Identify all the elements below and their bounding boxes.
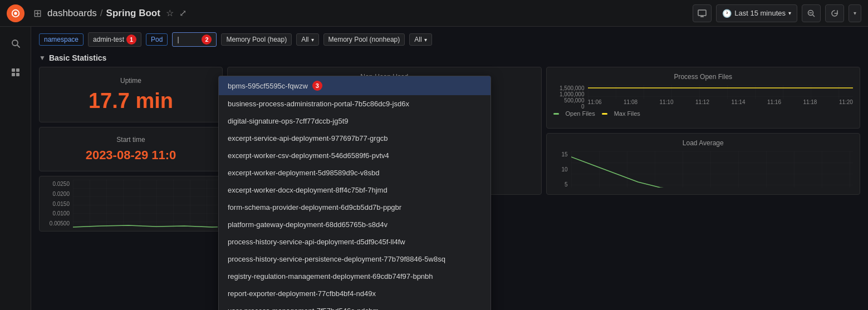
svg-line-9	[17, 45, 19, 47]
open-files-title: Process Open Files	[553, 73, 854, 81]
of-x-3: 11:12	[695, 99, 709, 110]
dropdown-item[interactable]: platform-gateway-deployment-68dd65765b-s…	[219, 216, 491, 233]
dropdown-item-label: excerpt-worker-deployment-5d98589d9c-v8s…	[228, 169, 379, 177]
dropdown-item-label: business-process-administration-portal-7…	[228, 100, 409, 108]
of-y-0: 1,500,000	[553, 85, 585, 91]
pod-label: Pod	[146, 33, 168, 46]
sidebar-grid-icon[interactable]	[6, 62, 26, 82]
starttime-label: Start time	[116, 136, 145, 144]
grid-icon: ⊞	[33, 7, 42, 19]
chevron-down-icon: ▾	[311, 37, 314, 43]
memory-nonheap-all-btn[interactable]: All ▾	[409, 33, 431, 46]
sidebar-search-icon[interactable]	[6, 33, 26, 53]
of-x-6: 11:18	[803, 99, 817, 110]
refresh-btn[interactable]	[825, 4, 844, 22]
legend-open-files-label: Open Files	[566, 110, 595, 117]
dropdown-item[interactable]: excerpt-worker-deployment-5d98589d9c-v8s…	[219, 164, 491, 181]
namespace-badge: 1	[126, 35, 136, 45]
svg-point-1	[14, 12, 17, 14]
dropdown-item-label: registry-regulation-management-deploymen…	[228, 272, 433, 281]
topbar-right: 🕐 Last 15 minutes ▾ ▾	[693, 4, 861, 22]
dropdown-item[interactable]: form-schema-provider-deployment-6d9cb5dd…	[219, 199, 491, 216]
svg-line-6	[813, 14, 815, 17]
breadcrumb-separator: /	[100, 8, 103, 19]
of-y-2: 500,000	[553, 97, 585, 104]
svg-rect-14	[73, 180, 218, 228]
svg-rect-13	[16, 73, 19, 76]
sidebar	[0, 27, 31, 310]
open-files-legend: Open Files Max Files	[553, 110, 854, 117]
pod-dropdown: bpms-595cf5595c-fqwzw3business-process-a…	[218, 76, 491, 310]
of-x-0: 11:06	[588, 99, 602, 110]
pod-text-input[interactable]	[177, 36, 199, 43]
dropdown-item[interactable]: excerpt-worker-docx-deployment-8ff4c75bf…	[219, 181, 491, 199]
main-content: namespace admin-test 1 Pod 2 Memory Pool…	[31, 27, 868, 310]
star-icon[interactable]: ☆	[166, 8, 174, 18]
legend-max-files-dot	[602, 113, 607, 115]
of-x-7: 11:20	[839, 99, 853, 110]
clock-icon: 🕐	[722, 9, 732, 18]
dropdown-item-label: excerpt-service-api-deployment-977697b77…	[228, 134, 388, 142]
dropdown-item[interactable]: excerpt-worker-csv-deployment-546d6589f6…	[219, 147, 491, 164]
y-label-3: 0.0100	[44, 210, 70, 216]
breadcrumb: dashboards / Spring Boot	[47, 8, 160, 19]
of-x-1: 11:08	[624, 99, 637, 110]
svg-rect-2	[698, 10, 706, 16]
dropdown-item-label: process-history-service-persistence-depl…	[228, 255, 445, 263]
y-label-0: 0.0250	[44, 181, 70, 187]
section-collapse-icon[interactable]: ▼	[39, 54, 46, 62]
display-icon-btn[interactable]	[693, 4, 712, 22]
starttime-panel: Start time 2023-08-29 11:0	[39, 127, 223, 171]
breadcrumb-title: Spring Boot	[106, 8, 160, 19]
dropdown-item-label: platform-gateway-deployment-68dd65765b-s…	[228, 220, 388, 229]
svg-rect-18	[588, 85, 854, 99]
memory-heap-all-btn[interactable]: All ▾	[296, 33, 318, 46]
memory-heap-filter: Memory Pool (heap)	[221, 33, 292, 46]
section-header: ▼ Basic Statistics	[39, 53, 860, 62]
memory-nonheap-filter: Memory Pool (nonheap)	[323, 33, 405, 46]
namespace-value-text: admin-test	[93, 36, 124, 43]
dropdown-item[interactable]: report-exporter-deployment-77cfbb4bf4-nd…	[219, 285, 491, 302]
dropdown-item[interactable]: registry-regulation-management-deploymen…	[219, 268, 491, 285]
dropdown-item-label: excerpt-worker-csv-deployment-546d6589f6…	[228, 151, 389, 160]
dropdown-item[interactable]: process-history-service-api-deployment-d…	[219, 233, 491, 250]
dropdown-item[interactable]: bpms-595cf5595c-fqwzw3	[219, 76, 491, 95]
dropdown-item-label: report-exporter-deployment-77cfbb4bf4-nd…	[228, 289, 376, 298]
of-y-3: 0	[553, 104, 585, 110]
svg-rect-20	[571, 151, 854, 188]
dropdown-list: bpms-595cf5595c-fqwzw3business-process-a…	[219, 76, 491, 310]
legend-open-files-dot	[553, 113, 559, 115]
namespace-label: namespace	[39, 33, 84, 46]
left-line-chart-panel: 0.0250 0.0200 0.0150 0.0100 0.00500	[39, 176, 223, 232]
dropdown-item[interactable]: digital-signature-ops-7cff77dccb-jg5t9	[219, 112, 491, 130]
time-range-btn[interactable]: 🕐 Last 15 minutes ▾	[716, 4, 797, 22]
right-panels: Process Open Files 1,500,000 1,000,000 5…	[546, 67, 861, 195]
y-label-4: 0.00500	[44, 220, 70, 227]
memory-nonheap-label: Memory Pool (nonheap)	[328, 36, 400, 43]
dropdown-item-label: user-process-management-7f57bd546c-ndchm	[228, 307, 379, 310]
dropdown-item-label: bpms-595cf5595c-fqwzw	[228, 82, 308, 90]
time-range-label: Last 15 minutes	[734, 9, 786, 17]
more-btn[interactable]: ▾	[849, 4, 861, 22]
la-y-1: 10	[553, 166, 568, 173]
of-x-4: 11:14	[731, 99, 745, 110]
namespace-value-filter[interactable]: admin-test 1	[88, 32, 141, 47]
zoom-out-btn[interactable]	[802, 4, 821, 22]
dropdown-item[interactable]: business-process-administration-portal-7…	[219, 95, 491, 112]
chevron-down-icon2: ▾	[424, 37, 427, 43]
la-y-0: 15	[553, 151, 568, 158]
dropdown-item[interactable]: excerpt-service-api-deployment-977697b77…	[219, 130, 491, 147]
pod-input[interactable]: 2	[172, 32, 217, 47]
share-icon[interactable]: ⤢	[179, 8, 187, 18]
breadcrumb-dashboards[interactable]: dashboards	[47, 8, 97, 19]
of-x-5: 11:16	[767, 99, 781, 110]
load-avg-title: Load Average	[553, 139, 854, 147]
svg-rect-12	[12, 73, 15, 76]
dropdown-item-label: form-schema-provider-deployment-6d9cb5dd…	[228, 203, 401, 211]
memory-heap-label: Memory Pool (heap)	[226, 36, 287, 43]
left-panels: Uptime 17.7 min Start time 2023-08-29 11…	[39, 67, 223, 195]
dropdown-item[interactable]: process-history-service-persistence-depl…	[219, 250, 491, 268]
dropdown-item[interactable]: user-process-management-7f57bd546c-ndchm	[219, 302, 491, 310]
pod-badge: 2	[202, 35, 212, 45]
svg-rect-11	[16, 68, 19, 72]
